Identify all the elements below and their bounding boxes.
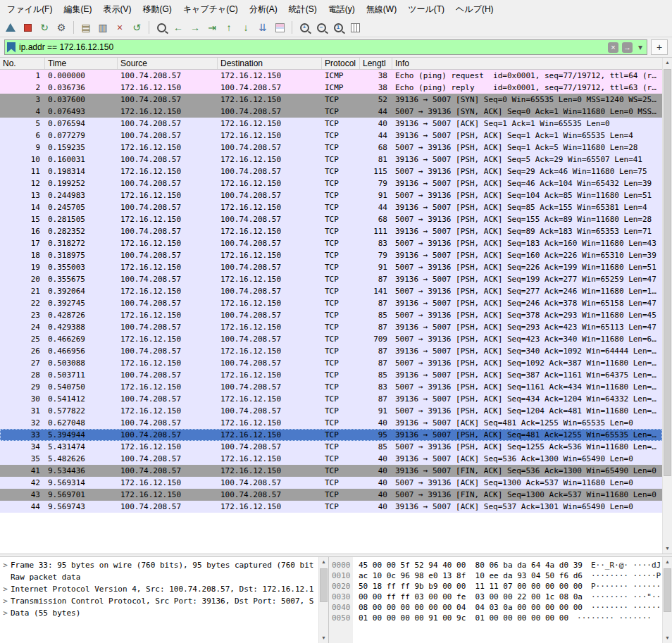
stop-capture-icon[interactable] xyxy=(20,20,35,35)
hex-row[interactable]: 005001 00 00 00 00 91 00 9c 01 00 00 00 … xyxy=(329,613,662,623)
scrollbar-thumb[interactable] xyxy=(664,568,671,612)
scrollbar-thumb[interactable] xyxy=(664,69,671,476)
menu-item-wireless[interactable]: 無線(W) xyxy=(361,1,402,18)
hex-row[interactable]: 003000 00 ff ff 03 00 00 fe 03 00 00 22 … xyxy=(329,592,662,602)
packet-row-12[interactable]: 120.199252100.74.208.57172.16.12.150TCP7… xyxy=(0,177,662,189)
packet-row-26[interactable]: 260.466956100.74.208.57172.16.12.150TCP8… xyxy=(0,345,662,357)
scroll-up-arrow-icon[interactable]: ▲ xyxy=(319,557,328,567)
packet-row-15[interactable]: 150.281505172.16.12.150100.74.208.57TCP6… xyxy=(0,213,662,225)
menu-item-go[interactable]: 移動(G) xyxy=(137,1,177,18)
go-forward-icon[interactable]: → xyxy=(187,20,203,35)
save-file-icon[interactable]: ▥ xyxy=(95,20,111,35)
capture-options-icon[interactable]: ⚙ xyxy=(54,20,69,35)
resize-columns-icon[interactable] xyxy=(347,20,363,35)
find-packet-icon[interactable] xyxy=(154,20,169,35)
packet-row-19[interactable]: 190.355003172.16.12.150100.74.208.57TCP9… xyxy=(0,261,662,273)
scroll-up-arrow-icon[interactable]: ▲ xyxy=(663,557,672,567)
packet-row-35[interactable]: 355.482626100.74.208.57172.16.12.150TCP4… xyxy=(0,453,662,465)
detail-line[interactable]: Raw packet data xyxy=(0,571,318,583)
menu-item-telephony[interactable]: 電話(y) xyxy=(323,1,361,18)
packet-row-27[interactable]: 270.503088172.16.12.150100.74.208.57TCP8… xyxy=(0,357,662,369)
zoom-100-icon[interactable]: 1 xyxy=(330,20,346,35)
menu-item-capture[interactable]: キャプチャ(C) xyxy=(178,1,244,18)
start-capture-icon[interactable] xyxy=(3,20,18,35)
column-header-no[interactable]: No. xyxy=(0,58,45,69)
column-header-destination[interactable]: Destination xyxy=(218,58,322,69)
display-filter-input[interactable]: ip.addr == 172.16.12.150 × → ▾ xyxy=(4,39,647,55)
filter-dropdown-arrow-icon[interactable]: ▾ xyxy=(636,42,645,52)
packet-row-9[interactable]: 90.159235172.16.12.150100.74.208.57TCP68… xyxy=(0,142,662,154)
scroll-down-arrow-icon[interactable]: ▼ xyxy=(663,544,672,554)
packet-row-18[interactable]: 180.318975100.74.208.57172.16.12.150TCP7… xyxy=(0,249,662,261)
packet-row-30[interactable]: 300.541412100.74.208.57172.16.12.150TCP8… xyxy=(0,393,662,405)
packet-row-32[interactable]: 320.627048100.74.208.57172.16.12.150TCP4… xyxy=(0,417,662,429)
packet-row-33[interactable]: 335.394944100.74.208.57172.16.12.150TCP9… xyxy=(0,429,662,441)
go-back-icon[interactable]: ← xyxy=(170,20,186,35)
expander-icon[interactable]: > xyxy=(0,595,11,607)
detail-line[interactable]: >Transmission Control Protocol, Src Port… xyxy=(0,595,318,607)
filter-text[interactable]: ip.addr == 172.16.12.150 xyxy=(19,42,604,52)
filter-bookmark-icon[interactable] xyxy=(7,42,15,53)
scroll-up-arrow-icon[interactable]: ▲ xyxy=(663,58,672,68)
scrollbar-thumb[interactable] xyxy=(320,568,328,602)
packet-row-41[interactable]: 419.534436100.74.208.57172.16.12.150TCP4… xyxy=(0,465,662,477)
packet-row-23[interactable]: 230.428726172.16.12.150100.74.208.57TCP8… xyxy=(0,309,662,321)
packet-row-22[interactable]: 220.392745100.74.208.57172.16.12.150TCP8… xyxy=(0,297,662,309)
menu-item-help[interactable]: ヘルプ(H) xyxy=(450,1,499,18)
colorize-icon[interactable] xyxy=(272,20,287,35)
menu-item-edit[interactable]: 編集(E) xyxy=(58,1,97,18)
detail-pane-scrollbar[interactable]: ▲ ▼ xyxy=(318,557,328,643)
packet-row-2[interactable]: 20.036736172.16.12.150100.74.208.57ICMP3… xyxy=(0,82,662,94)
reload-file-icon[interactable]: ↺ xyxy=(129,20,144,35)
auto-scroll-icon[interactable]: ⇊ xyxy=(255,20,270,35)
open-file-icon[interactable]: ▤ xyxy=(78,20,94,35)
zoom-in-icon[interactable]: + xyxy=(297,20,312,35)
packet-row-6[interactable]: 60.077279100.74.208.57172.16.12.150TCP44… xyxy=(0,130,662,142)
add-filter-button-button[interactable]: + xyxy=(651,39,668,55)
restart-capture-icon[interactable]: ↻ xyxy=(37,20,52,35)
menu-item-statistics[interactable]: 統計(S) xyxy=(283,1,323,18)
close-file-icon[interactable]: × xyxy=(112,20,127,35)
packet-row-29[interactable]: 290.540750172.16.12.150100.74.208.57TCP8… xyxy=(0,381,662,393)
packet-row-43[interactable]: 439.569701172.16.12.150100.74.208.57TCP4… xyxy=(0,489,662,501)
menu-item-file[interactable]: ファイル(F) xyxy=(1,1,58,18)
packet-row-4[interactable]: 40.076493172.16.12.150100.74.208.57TCP44… xyxy=(0,106,662,118)
detail-line[interactable]: >Internet Protocol Version 4, Src: 100.7… xyxy=(0,583,318,595)
packet-row-3[interactable]: 30.037600100.74.208.57172.16.12.150TCP52… xyxy=(0,94,662,106)
menu-item-analyze[interactable]: 分析(A) xyxy=(244,1,283,18)
hex-row[interactable]: 0010ac 10 0c 96 98 e0 13 8f 10 ee da 93 … xyxy=(329,570,662,581)
packet-row-25[interactable]: 250.466269172.16.12.150100.74.208.57TCP7… xyxy=(0,333,662,345)
detail-line[interactable]: >Frame 33: 95 bytes on wire (760 bits), … xyxy=(0,559,318,571)
expander-icon[interactable]: > xyxy=(0,559,11,571)
hex-pane-scrollbar[interactable]: ▲ ▼ xyxy=(662,557,672,643)
packet-row-20[interactable]: 200.355675100.74.208.57172.16.12.150TCP8… xyxy=(0,273,662,285)
go-to-packet-icon[interactable]: ⇥ xyxy=(204,20,220,35)
menu-item-view[interactable]: 表示(V) xyxy=(97,1,137,18)
hex-row[interactable]: 004008 00 00 00 00 00 00 04 04 03 0a 00 … xyxy=(329,602,662,613)
column-header-source[interactable]: Source xyxy=(118,58,218,69)
clear-filter-button[interactable]: × xyxy=(608,42,618,53)
packet-row-21[interactable]: 210.392064172.16.12.150100.74.208.57TCP1… xyxy=(0,285,662,297)
column-header-info[interactable]: Info xyxy=(392,58,662,69)
packet-row-14[interactable]: 140.245705100.74.208.57172.16.12.150TCP4… xyxy=(0,201,662,213)
packet-row-1[interactable]: 10.000000100.74.208.57172.16.12.150ICMP3… xyxy=(0,70,662,82)
packet-row-5[interactable]: 50.076594100.74.208.57172.16.12.150TCP40… xyxy=(0,118,662,130)
first-packet-icon[interactable]: ↑ xyxy=(221,20,237,35)
packet-row-34[interactable]: 345.431474172.16.12.150100.74.208.57TCP8… xyxy=(0,441,662,453)
packet-row-16[interactable]: 160.282352100.74.208.57172.16.12.150TCP1… xyxy=(0,225,662,237)
packet-row-13[interactable]: 130.244983172.16.12.150100.74.208.57TCP9… xyxy=(0,189,662,201)
hex-row[interactable]: 002050 18 ff ff 9b b9 00 00 11 11 07 00 … xyxy=(329,581,662,592)
packet-row-31[interactable]: 310.577822172.16.12.150100.74.208.57TCP9… xyxy=(0,405,662,417)
packet-row-24[interactable]: 240.429388100.74.208.57172.16.12.150TCP8… xyxy=(0,321,662,333)
packet-row-10[interactable]: 100.160031100.74.208.57172.16.12.150TCP8… xyxy=(0,154,662,166)
expander-icon[interactable]: > xyxy=(0,583,11,595)
apply-filter-button[interactable]: → xyxy=(622,42,633,53)
packet-row-28[interactable]: 280.503711100.74.208.57172.16.12.150TCP8… xyxy=(0,369,662,381)
zoom-out-icon[interactable]: − xyxy=(313,20,329,35)
packet-list-scrollbar[interactable]: ▲ ▼ xyxy=(662,58,672,554)
scroll-down-arrow-icon[interactable]: ▼ xyxy=(663,633,672,643)
column-header-time[interactable]: Time xyxy=(45,58,118,69)
expander-icon[interactable]: > xyxy=(0,607,11,619)
hex-row[interactable]: 000045 00 00 5f 52 94 40 00 80 06 ba da … xyxy=(329,560,662,570)
menu-item-tools[interactable]: ツール(T) xyxy=(402,1,450,18)
